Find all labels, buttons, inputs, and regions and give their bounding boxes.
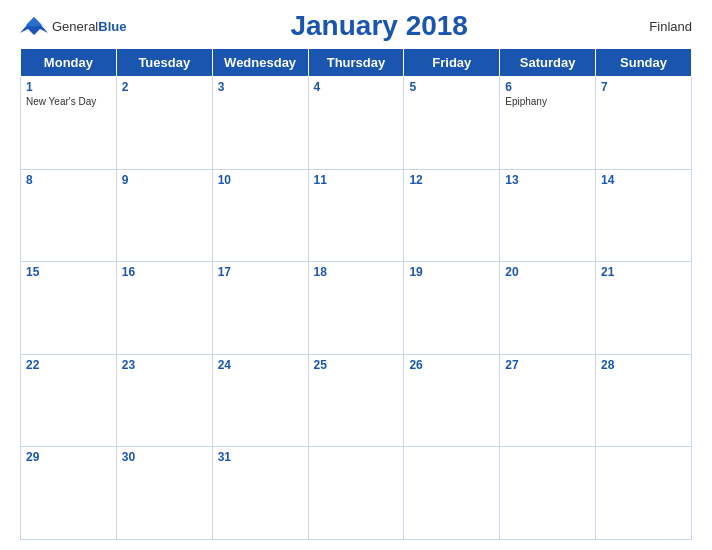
calendar-week-4: 22232425262728 (21, 354, 692, 447)
calendar-cell: 14 (596, 169, 692, 262)
logo-blue: Blue (98, 19, 126, 34)
day-number: 28 (601, 358, 686, 372)
day-header-monday: Monday (21, 49, 117, 77)
day-number: 22 (26, 358, 111, 372)
day-number: 25 (314, 358, 399, 372)
calendar-header: GeneralBlue January 2018 Finland (20, 10, 692, 42)
day-number: 31 (218, 450, 303, 464)
calendar-week-5: 293031 (21, 447, 692, 540)
day-number: 16 (122, 265, 207, 279)
calendar-cell: 1New Year's Day (21, 77, 117, 170)
calendar-cell: 22 (21, 354, 117, 447)
calendar-cell: 7 (596, 77, 692, 170)
day-number: 15 (26, 265, 111, 279)
calendar-cell: 27 (500, 354, 596, 447)
calendar-cell: 13 (500, 169, 596, 262)
calendar-cell: 21 (596, 262, 692, 355)
calendar-cell: 12 (404, 169, 500, 262)
calendar-cell (596, 447, 692, 540)
calendar-cell: 2 (116, 77, 212, 170)
day-number: 11 (314, 173, 399, 187)
day-header-thursday: Thursday (308, 49, 404, 77)
calendar-week-3: 15161718192021 (21, 262, 692, 355)
calendar-cell: 18 (308, 262, 404, 355)
logo-bird-icon (20, 15, 48, 37)
calendar-cell: 28 (596, 354, 692, 447)
calendar-cell: 24 (212, 354, 308, 447)
day-number: 18 (314, 265, 399, 279)
day-number: 17 (218, 265, 303, 279)
calendar-cell: 9 (116, 169, 212, 262)
day-number: 5 (409, 80, 494, 94)
day-number: 8 (26, 173, 111, 187)
holiday-label: Epiphany (505, 96, 590, 107)
calendar-title: January 2018 (126, 10, 632, 42)
calendar-cell: 19 (404, 262, 500, 355)
day-number: 21 (601, 265, 686, 279)
calendar-cell (308, 447, 404, 540)
day-number: 1 (26, 80, 111, 94)
calendar-header-row: MondayTuesdayWednesdayThursdayFridaySatu… (21, 49, 692, 77)
calendar-week-1: 1New Year's Day23456Epiphany7 (21, 77, 692, 170)
calendar-cell: 16 (116, 262, 212, 355)
calendar-cell: 3 (212, 77, 308, 170)
day-number: 4 (314, 80, 399, 94)
logo-general: General (52, 19, 98, 34)
calendar-cell: 17 (212, 262, 308, 355)
day-number: 19 (409, 265, 494, 279)
day-number: 26 (409, 358, 494, 372)
day-number: 30 (122, 450, 207, 464)
calendar-cell: 15 (21, 262, 117, 355)
calendar-cell: 4 (308, 77, 404, 170)
holiday-label: New Year's Day (26, 96, 111, 107)
day-header-tuesday: Tuesday (116, 49, 212, 77)
calendar-cell: 30 (116, 447, 212, 540)
day-number: 3 (218, 80, 303, 94)
logo-text: GeneralBlue (52, 17, 126, 35)
country-label: Finland (632, 19, 692, 34)
day-number: 6 (505, 80, 590, 94)
day-number: 10 (218, 173, 303, 187)
calendar-cell: 8 (21, 169, 117, 262)
calendar-table: MondayTuesdayWednesdayThursdayFridaySatu… (20, 48, 692, 540)
calendar-cell: 23 (116, 354, 212, 447)
svg-marker-1 (26, 17, 42, 27)
day-header-friday: Friday (404, 49, 500, 77)
day-number: 24 (218, 358, 303, 372)
day-number: 27 (505, 358, 590, 372)
calendar-cell: 10 (212, 169, 308, 262)
day-number: 9 (122, 173, 207, 187)
day-number: 29 (26, 450, 111, 464)
day-number: 13 (505, 173, 590, 187)
day-number: 20 (505, 265, 590, 279)
calendar-cell: 20 (500, 262, 596, 355)
calendar-cell: 29 (21, 447, 117, 540)
calendar-cell (404, 447, 500, 540)
calendar-cell: 6Epiphany (500, 77, 596, 170)
day-header-saturday: Saturday (500, 49, 596, 77)
day-number: 2 (122, 80, 207, 94)
day-header-sunday: Sunday (596, 49, 692, 77)
day-number: 7 (601, 80, 686, 94)
calendar-cell: 5 (404, 77, 500, 170)
calendar-cell: 26 (404, 354, 500, 447)
calendar-cell: 25 (308, 354, 404, 447)
day-header-wednesday: Wednesday (212, 49, 308, 77)
day-number: 23 (122, 358, 207, 372)
calendar-cell: 11 (308, 169, 404, 262)
calendar-cell (500, 447, 596, 540)
logo: GeneralBlue (20, 15, 126, 37)
day-number: 14 (601, 173, 686, 187)
day-number: 12 (409, 173, 494, 187)
calendar-cell: 31 (212, 447, 308, 540)
calendar-week-2: 891011121314 (21, 169, 692, 262)
